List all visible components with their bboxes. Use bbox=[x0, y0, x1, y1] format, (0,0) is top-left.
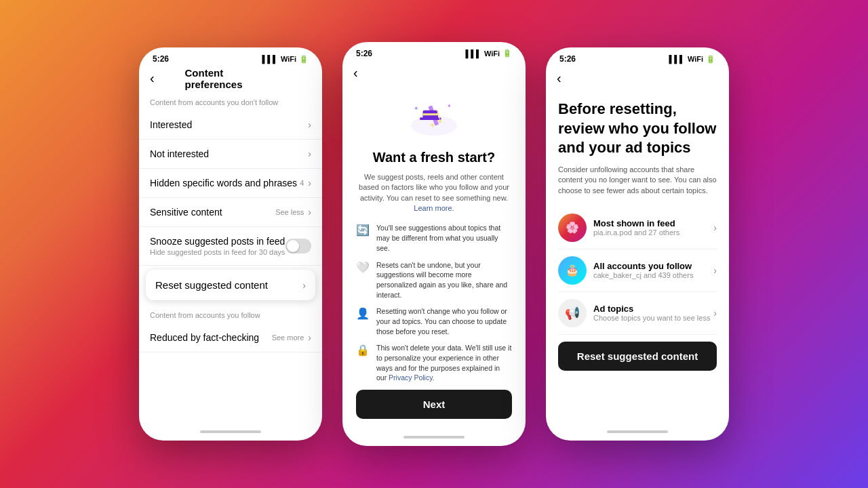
ad-topics-item[interactable]: 📢 Ad topics Choose topics you want to se… bbox=[558, 292, 717, 335]
section-label-2: Content from accounts you follow bbox=[139, 304, 322, 323]
megaphone-icon: 📢 bbox=[565, 306, 580, 321]
ad-topics-sub: Choose topics you want to see less bbox=[593, 314, 713, 322]
nav-bar-3: ‹ bbox=[546, 66, 729, 92]
svg-text:✦: ✦ bbox=[414, 105, 419, 112]
fact-checking-badge: See more bbox=[272, 333, 304, 342]
battery-icon-3: 🔋 bbox=[706, 55, 715, 64]
status-bar-3: 5:26 ▌▌▌ WiFi 🔋 bbox=[546, 47, 729, 66]
sensitive-content-item[interactable]: Sensitive content See less › bbox=[139, 198, 322, 227]
snooze-label-wrap: Snooze suggested posts in feed Hide sugg… bbox=[150, 236, 285, 256]
toggle-knob bbox=[287, 240, 299, 252]
hidden-words-label: Hidden specific words and phrases bbox=[150, 178, 297, 188]
reset-suggested-content-button[interactable]: Reset suggested content › bbox=[146, 270, 315, 300]
back-button-2[interactable]: ‹ bbox=[353, 65, 358, 81]
chevron-sensitive: › bbox=[308, 207, 311, 218]
status-icons-1: ▌▌▌ WiFi 🔋 bbox=[262, 55, 309, 64]
avatar-inner-1: 🌸 bbox=[558, 214, 587, 242]
fact-checking-right: See more › bbox=[272, 332, 311, 343]
fresh-start-title: Want a fresh start? bbox=[356, 150, 512, 165]
svg-rect-8 bbox=[423, 113, 439, 115]
bullet-text-2: Resetting won't change who you follow or… bbox=[376, 306, 512, 336]
fact-checking-item[interactable]: Reduced by fact-checking See more › bbox=[139, 323, 322, 352]
signal-icon-2: ▌▌▌ bbox=[465, 49, 481, 58]
back-button-1[interactable]: ‹ bbox=[150, 70, 155, 86]
chevron-fact-checking: › bbox=[308, 332, 311, 343]
page-title-1: Content preferences bbox=[185, 67, 277, 90]
interested-label: Interested bbox=[150, 119, 192, 130]
fresh-start-desc: We suggest posts, reels and other conten… bbox=[356, 172, 512, 214]
sensitive-label: Sensitive content bbox=[150, 207, 222, 218]
fact-checking-wrap: Reduced by fact-checking bbox=[150, 332, 259, 343]
snooze-label: Snooze suggested posts in feed bbox=[150, 236, 285, 247]
lock-icon: 🔒 bbox=[356, 344, 370, 357]
avatar-most-shown: 🌸 bbox=[558, 214, 587, 242]
time-1: 5:26 bbox=[153, 54, 169, 64]
review-title: Before resetting, review who you follow … bbox=[558, 100, 717, 158]
all-accounts-name: All accounts you follow bbox=[593, 261, 713, 271]
interested-label-wrap: Interested bbox=[150, 119, 192, 130]
time-3: 5:26 bbox=[559, 54, 576, 64]
sensitive-right: See less › bbox=[275, 207, 311, 218]
chevron-reset: › bbox=[302, 280, 306, 291]
bullet-item-3: 🔒 This won't delete your data. We'll sti… bbox=[356, 343, 512, 383]
battery-icon: 🔋 bbox=[299, 55, 309, 64]
home-indicator-3 bbox=[546, 426, 729, 441]
home-indicator-1 bbox=[139, 426, 322, 441]
learn-more-link[interactable]: Learn more. bbox=[414, 204, 454, 212]
chevron-hidden-words: › bbox=[308, 178, 311, 188]
review-desc: Consider unfollowing accounts that share… bbox=[558, 165, 717, 196]
not-interested-right: › bbox=[308, 148, 311, 159]
ad-topics-info: Ad topics Choose topics you want to see … bbox=[593, 304, 713, 322]
all-accounts-item[interactable]: 🎂 All accounts you follow cake_baker_cj … bbox=[558, 249, 717, 292]
snooze-toggle[interactable] bbox=[285, 239, 311, 253]
reset-suggested-label: Reset suggested content bbox=[155, 279, 268, 291]
nav-bar-2: ‹ bbox=[342, 61, 526, 86]
reset-content-button[interactable]: Reset suggested content bbox=[558, 342, 717, 371]
wifi-icon-2: WiFi bbox=[484, 49, 500, 58]
sensitive-label-wrap: Sensitive content bbox=[150, 207, 222, 218]
not-interested-label: Not interested bbox=[150, 148, 209, 159]
not-interested-label-wrap: Not interested bbox=[150, 148, 209, 159]
interested-item[interactable]: Interested › bbox=[139, 110, 322, 140]
ad-topics-name: Ad topics bbox=[593, 304, 713, 314]
bullet-item-0: 🔄 You'll see suggestions about topics th… bbox=[356, 223, 512, 253]
svg-rect-7 bbox=[420, 117, 441, 120]
illustration: ✦ ✦ · bbox=[356, 94, 512, 142]
section-label-1: Content from accounts you don't follow bbox=[139, 92, 322, 110]
not-interested-item[interactable]: Not interested › bbox=[139, 140, 322, 169]
svg-text:✦: ✦ bbox=[447, 103, 452, 109]
bullet-text-0: You'll see suggestions about topics that… bbox=[376, 223, 512, 253]
status-icons-2: ▌▌▌ WiFi 🔋 bbox=[465, 49, 512, 58]
sensitive-badge: See less bbox=[275, 208, 304, 216]
next-button[interactable]: Next bbox=[356, 390, 512, 419]
status-bar-2: 5:26 ▌▌▌ WiFi 🔋 bbox=[342, 42, 526, 61]
person-icon: 👤 bbox=[356, 307, 370, 320]
home-bar-1 bbox=[200, 430, 261, 433]
chevron-ad-topics: › bbox=[713, 308, 717, 319]
chevron-most-shown: › bbox=[713, 222, 717, 233]
most-shown-sub: pia.in.a.pod and 27 others bbox=[593, 228, 713, 237]
phone1-content: Content from accounts you don't follow I… bbox=[139, 92, 322, 426]
bullet-text-1: Resets can't be undone, but your suggest… bbox=[376, 260, 512, 300]
signal-icon: ▌▌▌ bbox=[262, 55, 277, 63]
avatar-inner-2: 🎂 bbox=[558, 256, 587, 285]
wifi-icon: WiFi bbox=[281, 55, 296, 63]
status-bar-1: 5:26 ▌▌▌ WiFi 🔋 bbox=[139, 47, 322, 66]
hidden-words-item[interactable]: Hidden specific words and phrases 4 › bbox=[139, 169, 322, 198]
hidden-words-right: 4 › bbox=[300, 178, 311, 188]
most-shown-item[interactable]: 🌸 Most shown in feed pia.in.a.pod and 27… bbox=[558, 207, 717, 249]
time-2: 5:26 bbox=[356, 49, 372, 58]
fresh-start-illustration: ✦ ✦ · bbox=[403, 94, 465, 142]
back-button-3[interactable]: ‹ bbox=[557, 70, 561, 86]
privacy-policy-link[interactable]: Privacy Policy. bbox=[389, 373, 435, 382]
bullet-item-1: 🤍 Resets can't be undone, but your sugge… bbox=[356, 260, 512, 300]
nav-bar-1: ‹ Content preferences bbox=[139, 66, 322, 92]
battery-icon-2: 🔋 bbox=[502, 49, 512, 58]
phone2-content: ✦ ✦ · Want a fresh start? We suggest pos… bbox=[342, 86, 526, 431]
snooze-item[interactable]: Snooze suggested posts in feed Hide sugg… bbox=[139, 227, 322, 266]
hidden-words-badge: 4 bbox=[300, 179, 304, 187]
bullet-list: 🔄 You'll see suggestions about topics th… bbox=[356, 223, 512, 383]
svg-point-10 bbox=[439, 120, 442, 123]
phone3-content: Before resetting, review who you follow … bbox=[546, 92, 729, 426]
all-accounts-info: All accounts you follow cake_baker_cj an… bbox=[593, 261, 713, 279]
